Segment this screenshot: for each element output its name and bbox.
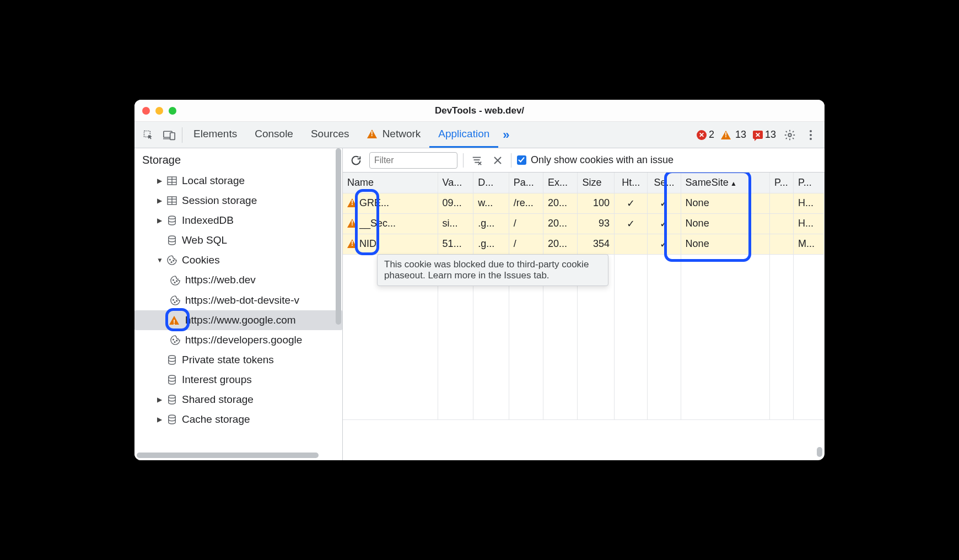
svg-point-24 xyxy=(173,299,174,300)
clear-filter-icon[interactable] xyxy=(469,153,484,168)
database-icon xyxy=(166,414,177,424)
table-row[interactable]: GRE... 09... w... /re... 20... 100 ✓ ✓ N… xyxy=(343,193,825,213)
svg-point-20 xyxy=(173,260,174,261)
tree-label: Web SQL xyxy=(182,230,227,250)
only-issues-checkbox[interactable]: Only show cookies with an issue xyxy=(517,154,674,166)
col-domain[interactable]: D... xyxy=(473,173,509,193)
clear-all-icon[interactable] xyxy=(490,153,505,168)
cell-value: 09... xyxy=(438,193,473,213)
cell-path: / xyxy=(509,213,543,234)
settings-icon[interactable] xyxy=(779,122,800,148)
tab-label: Elements xyxy=(193,128,237,140)
cell-httponly: ✓ xyxy=(615,213,648,234)
refresh-icon[interactable] xyxy=(348,153,364,168)
col-partition-key[interactable]: P... xyxy=(769,173,793,193)
count: 2 xyxy=(709,129,714,141)
cell-domain: w... xyxy=(473,193,509,213)
cookie-origin-google[interactable]: https://www.google.com xyxy=(134,310,342,330)
message-count[interactable]: ✕13 xyxy=(753,129,776,141)
cell-priority: H... xyxy=(793,193,824,213)
tree-label: Local storage xyxy=(182,171,245,191)
warning-icon xyxy=(347,239,357,248)
tree-local-storage[interactable]: ▶Local storage xyxy=(134,171,342,191)
content: Storage ▶Local storage ▶Session storage … xyxy=(134,148,825,460)
sidebar-horizontal-scrollbar[interactable] xyxy=(137,453,319,458)
close-window-icon[interactable] xyxy=(142,107,150,115)
status-counts[interactable]: ✕2 13 ✕13 xyxy=(697,129,776,141)
col-expires[interactable]: Ex... xyxy=(543,173,578,193)
more-menu-icon[interactable] xyxy=(800,122,821,148)
cell-expires: 20... xyxy=(543,193,578,213)
inspect-element-icon[interactable] xyxy=(138,122,159,148)
zoom-window-icon[interactable] xyxy=(169,107,176,115)
tab-elements[interactable]: Elements xyxy=(185,122,246,148)
tree-interest-groups[interactable]: Interest groups xyxy=(134,370,342,390)
cell-partition-key xyxy=(769,234,793,254)
database-icon xyxy=(166,235,177,245)
tree-label: Cache storage xyxy=(182,410,250,429)
error-count[interactable]: ✕2 xyxy=(697,129,714,141)
panel-tabs: Elements Console Sources Network Applica… xyxy=(185,122,514,148)
tree-shared-storage[interactable]: ▶Shared storage xyxy=(134,390,342,410)
tab-sources[interactable]: Sources xyxy=(302,122,358,148)
col-path[interactable]: Pa... xyxy=(509,173,543,193)
warning-icon xyxy=(721,131,731,139)
count: 13 xyxy=(765,129,776,141)
message-icon: ✕ xyxy=(753,131,763,139)
svg-point-27 xyxy=(173,339,174,340)
sidebar-heading: Storage xyxy=(134,148,342,171)
svg-rect-3 xyxy=(170,132,175,139)
tab-console[interactable]: Console xyxy=(246,122,302,148)
tree-session-storage[interactable]: ▶Session storage xyxy=(134,191,342,211)
cell-value: si... xyxy=(438,213,473,234)
cell-value: 51... xyxy=(438,234,473,254)
more-tabs-icon[interactable]: » xyxy=(498,128,514,142)
table-vertical-scrollbar[interactable] xyxy=(817,447,822,457)
col-value[interactable]: Va... xyxy=(438,173,473,193)
cookie-blocked-tooltip: This cookie was blocked due to third-par… xyxy=(377,254,608,286)
cell-path: / xyxy=(509,234,543,254)
tree-label: IndexedDB xyxy=(182,211,234,230)
tree-private-state-tokens[interactable]: Private state tokens xyxy=(134,350,342,370)
cookie-origin-developers[interactable]: https://developers.google xyxy=(134,330,342,350)
col-samesite[interactable]: SameSite xyxy=(681,173,769,193)
table-row[interactable]: __Sec... si... .g... / 20... 93 ✓ ✓ None… xyxy=(343,213,825,234)
tree-label: Shared storage xyxy=(182,390,254,410)
tree-web-sql[interactable]: Web SQL xyxy=(134,230,342,250)
svg-point-16 xyxy=(169,216,175,219)
tab-network[interactable]: Network xyxy=(358,122,430,148)
svg-point-6 xyxy=(810,134,812,136)
cell-size: 100 xyxy=(578,193,615,213)
cell-name: __Sec... xyxy=(343,213,438,234)
warning-count[interactable]: 13 xyxy=(721,129,746,141)
svg-point-5 xyxy=(810,130,812,132)
table-row[interactable]: NID 51... .g... / 20... 354 ✓ None M... xyxy=(343,234,825,254)
cell-secure: ✓ xyxy=(648,193,681,213)
col-size[interactable]: Size xyxy=(578,173,615,193)
cell-partition-key xyxy=(769,193,793,213)
svg-point-28 xyxy=(174,341,175,342)
tree-cookies[interactable]: ▼Cookies xyxy=(134,250,342,270)
cell-domain: .g... xyxy=(473,213,509,234)
sidebar-vertical-scrollbar[interactable] xyxy=(336,148,341,325)
cell-name: GRE... xyxy=(343,193,438,213)
cookie-origin-devsite[interactable]: https://web-dot-devsite-v xyxy=(134,290,342,310)
svg-point-7 xyxy=(810,138,812,140)
tree-label: https://web-dot-devsite-v xyxy=(185,290,299,310)
divider xyxy=(511,153,511,168)
minimize-window-icon[interactable] xyxy=(155,107,163,115)
device-toolbar-icon[interactable] xyxy=(159,122,180,148)
col-secure[interactable]: Se... xyxy=(648,173,681,193)
tree-cache-storage[interactable]: ▶Cache storage xyxy=(134,410,342,429)
cookie-icon xyxy=(170,295,181,305)
cell-samesite: None xyxy=(681,193,769,213)
warning-icon xyxy=(347,219,357,228)
tree-indexed-db[interactable]: ▶IndexedDB xyxy=(134,211,342,230)
col-priority[interactable]: P... xyxy=(793,173,824,193)
col-httponly[interactable]: Ht... xyxy=(615,173,648,193)
cookie-origin-webdev[interactable]: https://web.dev xyxy=(134,270,342,290)
filter-input[interactable] xyxy=(369,152,457,169)
col-name[interactable]: Name xyxy=(343,173,438,193)
svg-point-4 xyxy=(788,133,791,137)
tab-application[interactable]: Application xyxy=(429,122,498,148)
